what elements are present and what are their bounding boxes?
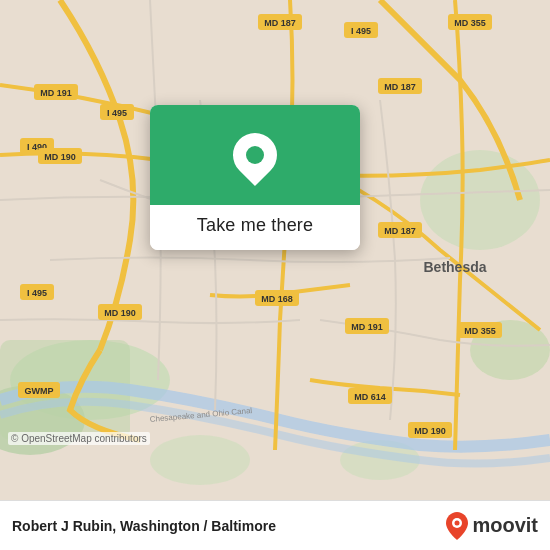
svg-text:MD 355: MD 355 — [454, 18, 486, 28]
take-me-there-button[interactable]: Take me there — [197, 215, 313, 236]
svg-text:MD 168: MD 168 — [261, 294, 293, 304]
svg-text:I 495: I 495 — [107, 108, 127, 118]
svg-text:MD 190: MD 190 — [104, 308, 136, 318]
popup-button-area: Take me there — [150, 205, 360, 250]
svg-text:MD 614: MD 614 — [354, 392, 386, 402]
moovit-logo: moovit — [446, 512, 538, 540]
svg-text:MD 187: MD 187 — [384, 82, 416, 92]
svg-text:MD 187: MD 187 — [384, 226, 416, 236]
svg-text:MD 191: MD 191 — [351, 322, 383, 332]
copyright-text: © OpenStreetMap contributors — [8, 432, 150, 445]
location-pin-inner — [246, 146, 264, 164]
popup-card: Take me there — [150, 105, 360, 250]
location-title: Robert J Rubin, Washington / Baltimore — [12, 518, 438, 534]
map-background: MD 187 MD 355 I 495 MD 191 I 495 MD 187 … — [0, 0, 550, 500]
svg-text:Bethesda: Bethesda — [423, 259, 486, 275]
svg-text:GWMP: GWMP — [25, 386, 54, 396]
map-container: MD 187 MD 355 I 495 MD 191 I 495 MD 187 … — [0, 0, 550, 500]
svg-text:I 495: I 495 — [27, 288, 47, 298]
bottom-bar: Robert J Rubin, Washington / Baltimore m… — [0, 500, 550, 550]
svg-point-45 — [455, 520, 460, 525]
moovit-pin-icon — [446, 512, 468, 540]
svg-text:MD 355: MD 355 — [464, 326, 496, 336]
svg-text:MD 187: MD 187 — [264, 18, 296, 28]
svg-text:MD 191: MD 191 — [40, 88, 72, 98]
svg-point-6 — [150, 435, 250, 485]
popup-header — [150, 105, 360, 205]
location-pin-icon — [224, 124, 286, 186]
svg-text:MD 190: MD 190 — [414, 426, 446, 436]
moovit-brand-text: moovit — [472, 514, 538, 537]
svg-text:MD 190: MD 190 — [44, 152, 76, 162]
svg-text:I 495: I 495 — [351, 26, 371, 36]
